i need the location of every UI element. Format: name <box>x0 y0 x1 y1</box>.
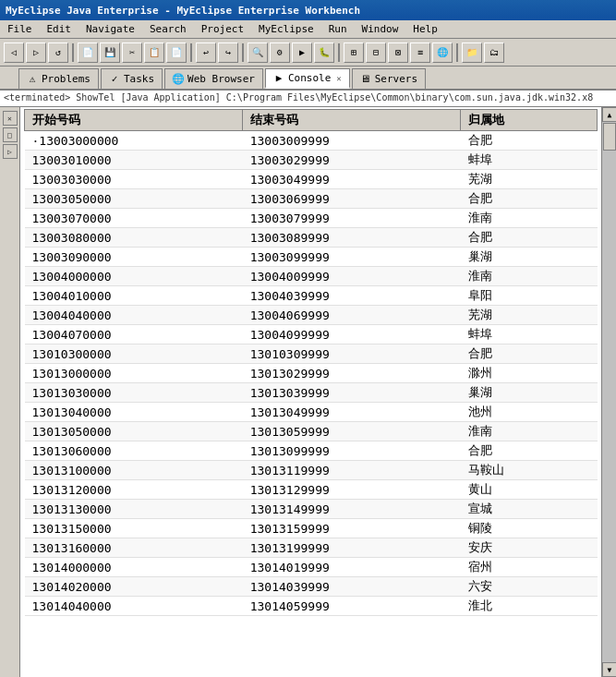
menu-edit[interactable]: Edit <box>43 22 76 36</box>
cell-20-2: 铜陵 <box>461 519 598 538</box>
toolbar-btn-21[interactable]: 🗂 <box>484 42 504 63</box>
scroll-track[interactable] <box>602 122 616 662</box>
toolbar-btn-6[interactable]: ✂ <box>122 42 142 63</box>
cell-9-0: 13004040000 <box>25 306 243 325</box>
toolbar-btn-4[interactable]: 📄 <box>78 42 98 63</box>
toolbar-btn-9[interactable]: ↩ <box>196 42 216 63</box>
cell-10-2: 蚌埠 <box>461 325 598 345</box>
sidebar-btn-1[interactable]: ✕ <box>3 111 18 126</box>
menu-project[interactable]: Project <box>198 22 248 36</box>
problems-icon: ⚠ <box>27 74 38 85</box>
cell-0-2: 合肥 <box>461 131 598 151</box>
tab-servers-label: Servers <box>375 73 417 85</box>
menu-run[interactable]: Run <box>325 22 351 36</box>
scroll-up-btn[interactable]: ▲ <box>602 107 616 122</box>
tab-web-browser[interactable]: 🌐 Web Browser <box>164 68 263 89</box>
cell-1-0: 13003010000 <box>25 151 243 170</box>
cell-6-2: 巢湖 <box>461 248 598 267</box>
toolbar-btn-13[interactable]: ▶ <box>292 42 312 63</box>
web-browser-icon: 🌐 <box>173 74 184 85</box>
table-row: 1300309000013003099999巢湖 <box>25 248 598 267</box>
toolbar-btn-1[interactable]: ◁ <box>4 42 24 63</box>
cell-11-1: 13010309999 <box>243 345 461 364</box>
menu-window[interactable]: Window <box>358 22 403 36</box>
cell-13-1: 13013039999 <box>243 383 461 403</box>
toolbar-btn-5[interactable]: 💾 <box>100 42 120 63</box>
cell-17-0: 13013100000 <box>25 461 243 480</box>
cell-6-1: 13003099999 <box>243 248 461 267</box>
tab-tasks[interactable]: ✓ Tasks <box>101 68 163 89</box>
toolbar-btn-19[interactable]: 🌐 <box>432 42 453 63</box>
cell-5-2: 合肥 <box>461 228 598 248</box>
cell-13-2: 巢湖 <box>461 383 598 403</box>
menu-search[interactable]: Search <box>146 22 190 36</box>
cell-15-1: 13013059999 <box>243 422 461 441</box>
toolbar-btn-17[interactable]: ⊠ <box>388 42 408 63</box>
cell-5-1: 13003089999 <box>243 228 461 248</box>
toolbar-btn-15[interactable]: ⊞ <box>344 42 364 63</box>
cell-19-1: 13013149999 <box>243 500 461 519</box>
cell-3-1: 13003069999 <box>243 189 461 209</box>
cell-2-1: 13003049999 <box>243 170 461 189</box>
table-row: 1301402000013014039999六安 <box>25 577 598 597</box>
table-row: 1300404000013004069999芜湖 <box>25 306 598 325</box>
table-row: 1300303000013003049999芜湖 <box>25 170 598 189</box>
tab-web-browser-label: Web Browser <box>187 73 255 85</box>
cell-16-0: 13013060000 <box>25 441 243 461</box>
table-row: 1300305000013003069999合肥 <box>25 189 598 209</box>
cell-2-0: 13003030000 <box>25 170 243 189</box>
cell-23-2: 六安 <box>461 577 598 597</box>
toolbar-btn-12[interactable]: ⚙ <box>270 42 290 63</box>
toolbar-btn-7[interactable]: 📋 <box>144 42 164 63</box>
toolbar-btn-16[interactable]: ⊟ <box>366 42 386 63</box>
cell-21-1: 13013199999 <box>243 538 461 558</box>
cell-7-1: 13004009999 <box>243 267 461 286</box>
table-row: 1300307000013003079999淮南 <box>25 209 598 228</box>
console-area[interactable]: 开始号码 结束号码 归属地 ·1300300000013003009999合肥1… <box>20 107 601 677</box>
scrollbar-vertical[interactable]: ▲ ▼ <box>601 107 616 677</box>
cell-19-2: 宣城 <box>461 500 598 519</box>
menu-help[interactable]: Help <box>409 22 441 36</box>
table-row: 1301316000013013199999安庆 <box>25 538 598 558</box>
cell-18-2: 黄山 <box>461 480 598 500</box>
menu-navigate[interactable]: Navigate <box>82 22 139 36</box>
toolbar-btn-8[interactable]: 📄 <box>166 42 187 63</box>
tab-problems[interactable]: ⚠ Problems <box>18 68 99 89</box>
toolbar-btn-3[interactable]: ↺ <box>48 42 68 63</box>
cell-24-0: 13014040000 <box>25 597 243 616</box>
cell-4-1: 13003079999 <box>243 209 461 228</box>
tab-console[interactable]: ▶ Console ✕ <box>265 68 350 89</box>
cell-9-1: 13004069999 <box>243 306 461 325</box>
tab-console-label: Console <box>288 72 331 84</box>
tab-tasks-label: Tasks <box>124 73 154 85</box>
table-row: 1300308000013003089999合肥 <box>25 228 598 248</box>
scroll-down-btn[interactable]: ▼ <box>602 662 616 677</box>
cell-8-1: 13004039999 <box>243 286 461 306</box>
cell-17-1: 13013119999 <box>243 461 461 480</box>
table-row: 1301306000013013099999合肥 <box>25 441 598 461</box>
toolbar-btn-14[interactable]: 🐛 <box>314 42 334 63</box>
toolbar-btn-20[interactable]: 📁 <box>462 42 482 63</box>
cell-11-2: 合肥 <box>461 345 598 364</box>
toolbar-btn-11[interactable]: 🔍 <box>248 42 268 63</box>
menu-file[interactable]: File <box>4 22 36 36</box>
toolbar-btn-10[interactable]: ↪ <box>218 42 238 63</box>
tab-console-close[interactable]: ✕ <box>336 74 341 83</box>
toolbar-btn-18[interactable]: ≡ <box>410 42 430 63</box>
cell-20-1: 13013159999 <box>243 519 461 538</box>
scroll-thumb[interactable] <box>603 123 616 151</box>
cell-18-1: 13013129999 <box>243 480 461 500</box>
toolbar-btn-2[interactable]: ▷ <box>26 42 46 63</box>
cell-16-1: 13013099999 <box>243 441 461 461</box>
sidebar-btn-2[interactable]: □ <box>3 127 18 142</box>
cell-18-0: 13013120000 <box>25 480 243 500</box>
table-row: 1301303000013013039999巢湖 <box>25 383 598 403</box>
table-row: 1301304000013013049999池州 <box>25 403 598 422</box>
sidebar-btn-3[interactable]: ▷ <box>3 144 18 159</box>
cell-4-0: 13003070000 <box>25 209 243 228</box>
cell-15-0: 13013050000 <box>25 422 243 441</box>
menu-myeclipse[interactable]: MyEclipse <box>255 22 318 36</box>
cell-24-2: 淮北 <box>461 597 598 616</box>
main-area: ✕ □ ▷ 开始号码 结束号码 归属地 ·1300300000013003009… <box>0 107 616 677</box>
tab-servers[interactable]: 🖥 Servers <box>352 68 426 89</box>
